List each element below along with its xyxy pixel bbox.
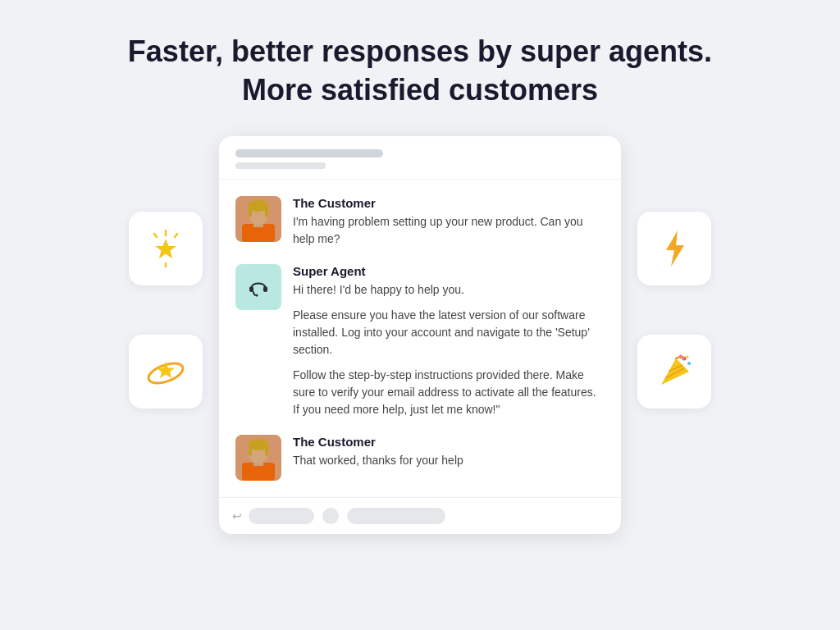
party-popper-icon	[653, 350, 696, 393]
message-text-1: I'm having problem setting up your new p…	[293, 213, 605, 248]
chat-window: The Customer I'm having problem setting …	[219, 136, 621, 534]
svg-line-1	[175, 234, 177, 237]
svg-point-29	[687, 362, 691, 365]
chat-header	[219, 136, 621, 180]
chat-footer: ↩	[219, 497, 621, 534]
table-row: The Customer I'm having problem setting …	[235, 196, 605, 248]
svg-point-30	[687, 356, 689, 358]
star-sparkle-icon	[144, 227, 187, 270]
footer-reply-area: ↩	[232, 508, 314, 524]
lightning-icon	[653, 227, 696, 270]
svg-rect-15	[249, 286, 253, 292]
table-row: The Customer That worked, thanks for you…	[235, 435, 605, 481]
svg-rect-24	[265, 445, 268, 456]
right-icons	[637, 212, 711, 409]
main-area: The Customer I'm having problem setting …	[26, 136, 814, 534]
svg-rect-12	[249, 206, 252, 217]
footer-circle	[322, 508, 339, 524]
table-row: Super Agent Hi there! I'd be happy to he…	[235, 264, 605, 418]
sender-name-3: The Customer	[293, 435, 605, 449]
orbit-star-icon	[144, 350, 187, 393]
svg-rect-16	[263, 286, 267, 292]
message-content-1: The Customer I'm having problem setting …	[293, 196, 605, 248]
svg-point-17	[256, 294, 258, 296]
headline-line1: Faster, better responses by super agents…	[128, 34, 712, 68]
orbit-star-icon-card	[129, 335, 203, 409]
agent-avatar	[235, 264, 281, 310]
message-text-3: That worked, thanks for your help	[293, 452, 605, 469]
svg-marker-3	[155, 239, 176, 258]
sender-name-2: Super Agent	[293, 264, 605, 278]
svg-line-2	[154, 234, 157, 237]
svg-point-14	[245, 274, 272, 300]
chat-header-bar	[235, 149, 383, 158]
svg-rect-13	[265, 206, 268, 217]
message-content-2: Super Agent Hi there! I'd be happy to he…	[293, 264, 605, 418]
headline-line2: More satisfied customers	[242, 73, 598, 107]
message-content-3: The Customer That worked, thanks for you…	[293, 435, 605, 469]
sender-name-1: The Customer	[293, 196, 605, 210]
customer-avatar-1	[235, 196, 281, 242]
footer-pill-2	[347, 508, 445, 524]
footer-pill-1	[249, 508, 314, 524]
message-text-2: Hi there! I'd be happy to help you. Plea…	[293, 281, 605, 418]
headline: Faster, better responses by super agents…	[128, 33, 712, 110]
customer-avatar-2	[235, 435, 281, 481]
headset-icon	[244, 272, 273, 302]
lightning-icon-card	[637, 212, 711, 285]
chat-body: The Customer I'm having problem setting …	[219, 180, 621, 497]
reply-icon: ↩	[232, 509, 242, 523]
svg-rect-23	[249, 445, 252, 456]
left-icons	[129, 212, 203, 409]
svg-marker-25	[666, 231, 684, 267]
chat-header-bar-short	[235, 162, 326, 169]
star-icon-card	[129, 212, 203, 285]
party-icon-card	[637, 335, 711, 409]
